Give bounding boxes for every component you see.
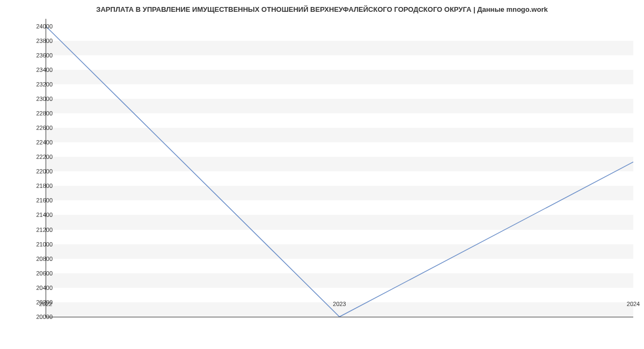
y-tick-label: 21800 bbox=[26, 183, 53, 189]
y-tick-label: 20000 bbox=[26, 314, 53, 320]
y-tick-label: 23400 bbox=[26, 67, 53, 73]
y-tick-label: 20800 bbox=[26, 256, 53, 262]
x-tick-label: 2022 bbox=[39, 301, 52, 307]
y-tick-label: 23800 bbox=[26, 38, 53, 44]
y-tick-label: 23600 bbox=[26, 52, 53, 59]
y-tick-label: 21200 bbox=[26, 227, 53, 233]
y-tick-label: 22200 bbox=[26, 154, 53, 160]
y-tick-label: 24000 bbox=[26, 23, 53, 30]
y-tick-label: 21400 bbox=[26, 212, 53, 218]
x-tick-label: 2023 bbox=[333, 301, 346, 307]
x-tick-label: 2024 bbox=[627, 301, 640, 307]
y-tick-label: 22400 bbox=[26, 139, 53, 146]
chart-title: ЗАРПЛАТА В УПРАВЛЕНИЕ ИМУЩЕСТВЕННЫХ ОТНО… bbox=[0, 0, 644, 16]
y-tick-label: 23000 bbox=[26, 96, 53, 102]
y-tick-label: 21000 bbox=[26, 241, 53, 248]
y-tick-label: 21600 bbox=[26, 197, 53, 203]
x-axis bbox=[46, 317, 633, 317]
y-tick-label: 22600 bbox=[26, 125, 53, 131]
y-tick-label: 22000 bbox=[26, 168, 53, 174]
y-tick-label: 22800 bbox=[26, 110, 53, 117]
y-tick-label: 20600 bbox=[26, 270, 53, 277]
salary-line bbox=[46, 26, 633, 317]
chart-plot-area bbox=[46, 19, 633, 317]
y-tick-label: 20400 bbox=[26, 285, 53, 291]
y-tick-label: 23200 bbox=[26, 81, 53, 88]
